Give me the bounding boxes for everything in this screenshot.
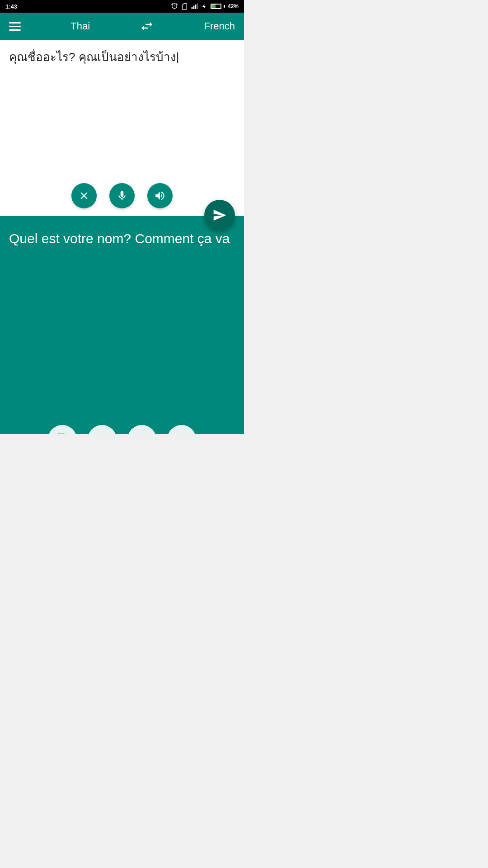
charging-icon [202, 3, 207, 10]
svg-rect-0 [192, 7, 193, 9]
output-action-bar [0, 425, 244, 434]
menu-button[interactable] [9, 22, 21, 31]
speak-input-button[interactable] [147, 183, 173, 208]
toolbar: Thai French [0, 13, 244, 40]
output-area: Quel est votre nom? Comment ça va [0, 216, 244, 434]
input-action-bar [0, 183, 244, 208]
favorite-button[interactable] [127, 425, 156, 434]
svg-rect-3 [197, 3, 198, 9]
status-time: 1:43 [5, 3, 17, 10]
svg-rect-1 [193, 6, 195, 9]
input-area: คุณชื่ออะไร? คุณเป็นอย่างไรบ้าง [0, 40, 244, 216]
source-language-button[interactable]: Thai [70, 20, 90, 32]
target-language-button[interactable]: French [204, 20, 235, 32]
svg-rect-2 [195, 5, 197, 9]
signal-icon [191, 3, 199, 10]
translated-text: Quel est votre nom? Comment ça va [9, 229, 235, 249]
input-area-wrapper: คุณชื่ออะไร? คุณเป็นอย่างไรบ้าง [0, 40, 244, 216]
status-bar: 1:43 42% [0, 0, 244, 13]
share-button[interactable] [88, 425, 117, 434]
clear-button[interactable] [71, 183, 97, 208]
microphone-button[interactable] [109, 183, 135, 208]
sim-icon [181, 3, 188, 10]
alarm-icon [171, 3, 178, 10]
speak-output-button[interactable] [167, 425, 196, 434]
source-text-input[interactable]: คุณชื่ออะไร? คุณเป็นอย่างไรบ้าง [9, 49, 235, 139]
battery-percent: 42% [228, 3, 239, 9]
copy-button[interactable] [48, 425, 77, 434]
swap-languages-button[interactable] [140, 19, 154, 33]
battery-icon [211, 4, 221, 9]
translate-button[interactable] [204, 200, 235, 231]
